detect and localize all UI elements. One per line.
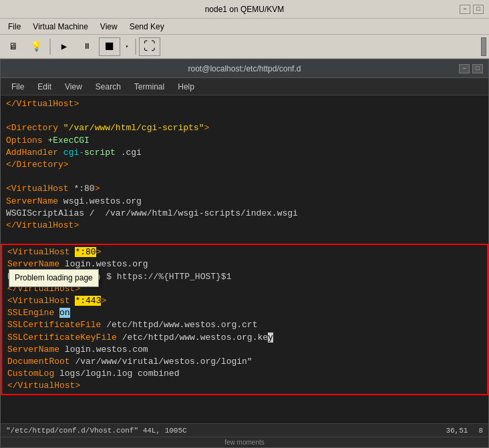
info-button[interactable]: 💡 [25,37,47,56]
minimize-button[interactable]: − [460,5,470,14]
code-line-2 [6,110,483,122]
statusbar-col: 8 [478,427,483,435]
maximize-button[interactable]: □ [473,5,484,14]
code-line-6: </Directory> [6,159,483,171]
red-line-1: <VirtualHost *:80> [7,246,487,258]
toolbar-separator-1 [49,39,51,55]
menu-virtual-machine[interactable]: Virtual Machine [27,21,94,33]
toolbar-separator-2 [135,39,136,55]
pause-button[interactable]: ⏸ [76,37,98,56]
red-line-5: <VirtualHost *:443> [7,295,487,307]
inner-window-title: root@localhost:/etc/httpd/conf.d [188,64,301,73]
inner-menu-search[interactable]: Search [90,81,126,93]
side-panel-indicator [481,37,486,56]
inner-menu-edit[interactable]: Edit [32,81,57,93]
stop-button[interactable]: ⏹ [99,37,120,56]
statusbar-right: 36,51 8 [446,427,483,435]
screenshot-button[interactable]: ⛶ [139,37,160,56]
statusbar-position: 36,51 [446,427,468,435]
inner-menu-file[interactable]: File [6,81,29,93]
statusbar-filepath: "/etc/httpd/conf.d/Vhost.conf" 44L, 1005… [6,427,187,435]
red-line-6: SSLEngine on [7,307,487,319]
code-line-7 [6,171,483,183]
inner-window: root@localhost:/etc/httpd/conf.d − □ Fil… [0,59,489,448]
outer-toolbar: 🖥 💡 ▶ ⏸ ⏹ ▾ ⛶ [0,35,489,59]
terminal-content: </VirtualHost> <Directory "/var/www/html… [1,95,488,423]
code-line-4: Options +ExecCGI [6,135,483,147]
red-line-10: DocumentRoot /var/www/virutal/westos.org… [7,356,487,368]
code-line-3: <Directory "/var/www/html/cgi-scripts"> [6,122,483,134]
menu-send-key[interactable]: Send Key [124,21,170,33]
inner-titlebar: root@localhost:/etc/httpd/conf.d − □ [1,59,488,78]
scroll-indicator: few moments [1,437,488,447]
power-dropdown-button[interactable]: ▾ [122,37,132,56]
outer-titlebar: node1 on QEMU/KVM − □ [0,0,489,19]
red-line-9: ServerName login.westos.com [7,344,487,356]
red-line-8: SSLCertificateKeyFile /etc/httpd/www.wes… [7,332,487,344]
code-line-12 [6,232,483,244]
inner-menu-help[interactable]: Help [172,81,200,93]
monitor-button[interactable]: 🖥 [3,37,24,56]
inner-menu-terminal[interactable]: Terminal [129,81,170,93]
tooltip-popup: Problem loading page [9,269,99,287]
menu-file[interactable]: File [3,21,26,33]
red-line-11: CustomLog logs/login.log combined [7,368,487,380]
outer-window-controls: − □ [460,5,484,14]
code-line-1: </VirtualHost> [6,98,483,110]
outer-window: node1 on QEMU/KVM − □ File Virtual Machi… [0,0,489,448]
red-line-7: SSLCertificateFile /etc/httpd/www.westos… [7,319,487,331]
inner-menu-view[interactable]: View [59,81,88,93]
play-button[interactable]: ▶ [53,37,75,56]
menu-view[interactable]: View [95,21,123,33]
code-line-10: WSGIScriptAlias / /var/www/html/wsgi-scr… [6,208,483,220]
code-line-5: AddHandler cgi-script .cgi [6,147,483,159]
red-border-section: Problem loading page <VirtualHost *:80> … [1,244,488,395]
code-line-11: </VirtualHost> [6,220,483,232]
inner-window-controls: − □ [459,64,483,73]
inner-maximize-button[interactable]: □ [472,64,483,73]
inner-minimize-button[interactable]: − [459,64,470,73]
code-line-9: ServerName wsgi.westos.org [6,196,483,208]
inner-menubar: File Edit View Search Terminal Help [1,78,488,95]
red-line-12: </VirtualHost> [7,380,487,392]
outer-window-title: node1 on QEMU/KVM [205,5,285,14]
scroll-text: few moments [224,439,264,446]
outer-menubar: File Virtual Machine View Send Key [0,19,489,35]
code-line-8: <VirtualHost *:80> [6,183,483,195]
statusbar: "/etc/httpd/conf.d/Vhost.conf" 44L, 1005… [1,423,488,437]
